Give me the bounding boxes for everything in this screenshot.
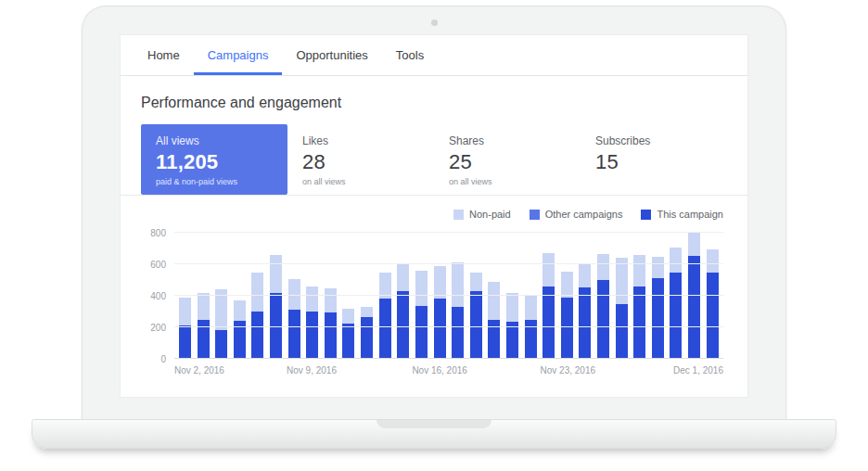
nav-tab-opportunities[interactable]: Opportunities: [282, 35, 381, 75]
bar-segment-non-paid: [198, 293, 210, 320]
bar-segment-non-paid: [306, 286, 318, 312]
bar: [561, 233, 573, 359]
bar-segment-this-campaign: [251, 312, 263, 359]
x-axis-label: Nov 9, 2016: [287, 365, 337, 376]
legend-item-other-campaigns[interactable]: Other campaigns: [530, 209, 623, 220]
bar-segment-non-paid: [525, 296, 537, 320]
y-axis-label: 0: [160, 354, 166, 364]
metric-label: Subscribes: [595, 134, 712, 147]
bar: [270, 233, 282, 359]
bar: [198, 233, 210, 359]
metric-card-subscribes[interactable]: Subscribes15: [581, 124, 727, 195]
bar: [415, 233, 428, 359]
nav-tab-campaigns[interactable]: Campaigns: [194, 35, 283, 75]
x-axis-label: Dec 1, 2016: [673, 365, 723, 376]
bar: [525, 233, 537, 359]
laptop-camera: [431, 19, 438, 26]
bar-segment-non-paid: [234, 300, 246, 321]
y-axis-label: 200: [150, 323, 166, 333]
metric-card-shares[interactable]: Shares25on all views: [434, 124, 581, 195]
bar-segment-non-paid: [251, 273, 263, 312]
app-window: HomeCampaignsOpportunitiesTools Performa…: [120, 34, 748, 398]
metric-card-all-views[interactable]: All views11,205paid & non-paid views: [141, 124, 287, 195]
bar-segment-non-paid: [397, 264, 409, 291]
metric-label: Likes: [302, 134, 419, 147]
bar: [579, 233, 591, 359]
bars-container: [179, 233, 719, 359]
metric-card-likes[interactable]: Likes28on all views: [287, 124, 434, 195]
x-axis-label: Nov 23, 2016: [541, 365, 596, 376]
bar: [542, 233, 555, 359]
metric-sub: on all views: [449, 177, 566, 186]
bar-segment-this-campaign: [670, 273, 682, 360]
bar-segment-this-campaign: [542, 286, 555, 359]
legend-item-this-campaign[interactable]: This campaign: [641, 209, 723, 220]
bar-segment-this-campaign: [488, 320, 500, 360]
bar-segment-this-campaign: [434, 299, 446, 359]
page-title: Performance and engagement: [121, 76, 747, 124]
bar: [215, 233, 227, 359]
bar-segment-this-campaign: [361, 317, 373, 359]
bar: [470, 233, 482, 359]
bar-segment-this-campaign: [652, 278, 664, 359]
y-axis-label: 800: [150, 228, 166, 238]
bar: [325, 233, 337, 359]
bar: [379, 233, 391, 359]
nav-tab-home[interactable]: Home: [134, 35, 194, 75]
bar-segment-this-campaign: [215, 330, 227, 359]
bar-segment-non-paid: [506, 293, 518, 322]
gridline: [174, 295, 723, 296]
metric-label: Shares: [449, 134, 566, 147]
bar-segment-this-campaign: [616, 304, 628, 360]
metric-value: 28: [302, 150, 419, 174]
legend-label: Non-paid: [469, 209, 511, 220]
bar-segment-non-paid: [633, 255, 645, 286]
bar-segment-this-campaign: [325, 312, 337, 359]
bar-segment-non-paid: [542, 253, 555, 286]
bar-segment-non-paid: [688, 233, 700, 256]
bar: [506, 233, 518, 359]
bar-segment-non-paid: [270, 255, 282, 293]
nav-tab-tools[interactable]: Tools: [382, 35, 438, 75]
bar: [234, 233, 246, 359]
bar-segment-this-campaign: [506, 322, 518, 359]
legend-swatch-other-campaigns: [530, 210, 540, 220]
bar-segment-non-paid: [652, 257, 664, 279]
metric-label: All views: [156, 134, 273, 147]
bar: [251, 233, 263, 359]
bar: [652, 233, 664, 359]
bar: [707, 233, 719, 359]
bar-segment-non-paid: [470, 273, 482, 291]
bar-segment-this-campaign: [597, 280, 609, 359]
bar-segment-non-paid: [361, 307, 373, 317]
bar: [616, 233, 628, 359]
metric-sub: on all views: [302, 177, 419, 186]
bar-segment-non-paid: [415, 271, 428, 306]
bar: [670, 233, 682, 359]
metric-value: 11,205: [156, 150, 273, 174]
metric-cards-row: All views11,205paid & non-paid viewsLike…: [121, 124, 747, 196]
bar: [361, 233, 373, 359]
y-axis-label: 400: [150, 291, 166, 301]
laptop-base: [32, 419, 836, 449]
legend-swatch-non-paid: [453, 210, 464, 220]
bar-segment-non-paid: [579, 264, 591, 287]
x-axis-label: Nov 16, 2016: [412, 365, 467, 376]
bar-segment-this-campaign: [288, 310, 300, 359]
legend-item-non-paid[interactable]: Non-paid: [453, 209, 511, 220]
bar: [434, 233, 446, 359]
gridline: [174, 232, 723, 233]
bar-segment-non-paid: [179, 298, 191, 326]
bar-segment-this-campaign: [452, 307, 464, 359]
bar: [306, 233, 318, 359]
gridline: [174, 326, 723, 327]
bar-segment-non-paid: [488, 282, 500, 320]
y-axis-label: 600: [150, 260, 166, 270]
bar: [452, 233, 464, 359]
bar: [633, 233, 645, 359]
bar: [179, 233, 191, 359]
bar-segment-non-paid: [616, 258, 628, 303]
bar-segment-this-campaign: [579, 287, 591, 359]
bar-segment-non-paid: [452, 262, 464, 307]
bar: [688, 233, 700, 359]
